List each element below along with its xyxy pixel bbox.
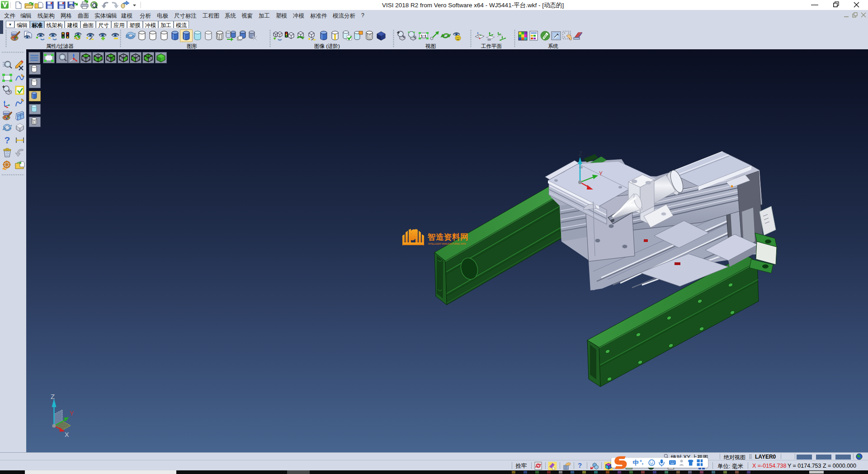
svg-text:INTELLIGENT MANUFACTURING DATA: INTELLIGENT MANUFACTURING DATA	[428, 243, 467, 245]
svg-text:Y: Y	[70, 410, 74, 417]
svg-text:Z: Z	[579, 150, 582, 157]
svg-text:°,: °,	[640, 459, 643, 465]
svg-text:Z: Z	[51, 393, 55, 400]
svg-text:Y: Y	[599, 171, 603, 177]
svg-text:智造资料网: 智造资料网	[427, 232, 468, 242]
svg-text:中: 中	[632, 460, 639, 466]
svg-text:X: X	[65, 431, 69, 438]
